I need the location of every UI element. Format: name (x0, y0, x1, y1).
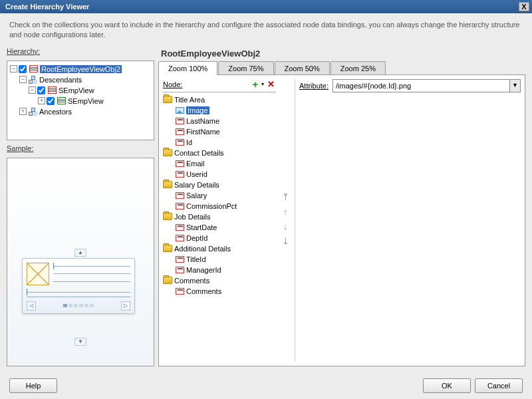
node-folder[interactable]: Job Details (163, 211, 276, 222)
node-leaf[interactable]: Id (163, 137, 276, 148)
node-leaf-label: DeptId (186, 234, 207, 242)
window-title: Create Hierarchy Viewer (3, 3, 519, 11)
node-leaf[interactable]: LastName (163, 116, 276, 126)
tab-zoom-100[interactable]: Zoom 100% (158, 61, 217, 75)
sample-dot[interactable] (68, 304, 72, 307)
hierarchy-panel: − RootEmployeeViewObj2 − Descendants − S… (7, 61, 154, 140)
tree-ancestors[interactable]: + Ancestors (19, 106, 151, 117)
node-leaf[interactable]: Email (163, 158, 276, 169)
sample-panel: ▲ ◁ (7, 158, 154, 366)
node-label: Node: (163, 80, 251, 88)
node-leaf[interactable]: TitleId (163, 254, 276, 265)
cancel-button[interactable]: Cancel (475, 378, 523, 393)
node-leaf[interactable]: StartDate (163, 222, 276, 233)
expander-icon[interactable]: + (19, 108, 27, 115)
tree-root[interactable]: − RootEmployeeViewObj2 (10, 64, 151, 74)
expander-icon[interactable]: − (29, 86, 36, 94)
tree-root-label: RootEmployeeViewObj2 (40, 65, 122, 73)
node-leaf[interactable]: Comments (163, 286, 276, 297)
move-top-button[interactable]: ⤒ (279, 192, 291, 204)
node-panel: Node: + ▾ ✕ Title AreaImageLastNameFirst… (163, 79, 276, 362)
node-folder[interactable]: Contact Details (163, 148, 276, 158)
sample-prev-button[interactable]: ◁ (27, 301, 36, 311)
node-folder[interactable]: Additional Details (163, 243, 276, 254)
node-tree: Title AreaImageLastNameFirstNameIdContac… (163, 94, 276, 362)
node-leaf[interactable]: Userid (163, 169, 276, 180)
node-leaf[interactable]: FirstName (163, 126, 276, 137)
node-folder-label: Salary Details (174, 181, 219, 189)
close-icon[interactable]: X (519, 2, 529, 11)
leaf-icon (175, 138, 184, 146)
sample-top-handle[interactable]: ▲ (74, 249, 86, 257)
folder-icon (163, 245, 172, 253)
folder-icon (163, 96, 172, 104)
leaf-icon (175, 234, 184, 242)
leaf-icon (175, 266, 184, 274)
footer: Help OK Cancel (0, 372, 532, 399)
leaf-icon (175, 202, 184, 210)
sample-dot[interactable] (63, 304, 67, 307)
folder-icon (163, 181, 172, 189)
node-leaf[interactable]: Salary (163, 190, 276, 201)
help-button[interactable]: Help (9, 378, 57, 393)
sample-dots (63, 304, 94, 307)
tree-semp1[interactable]: − SEmpView (29, 85, 151, 96)
ok-button[interactable]: OK (423, 378, 471, 393)
tree-label: SEmpView (59, 86, 94, 94)
sample-line (27, 297, 130, 297)
node-folder[interactable]: Comments (163, 275, 276, 286)
move-buttons: ⤒ ↑ ↓ ⤓ (279, 79, 292, 362)
node-leaf-label: TitleId (186, 255, 206, 263)
attribute-panel: Attribute: ▼ (295, 79, 521, 362)
node-leaf-label: Userid (186, 170, 207, 178)
checkbox[interactable] (37, 86, 45, 94)
sample-dot[interactable] (84, 304, 88, 307)
node-leaf-label: StartDate (186, 223, 217, 231)
sample-line (53, 273, 130, 274)
node-leaf-label: Id (186, 138, 192, 146)
node-folder[interactable]: Title Area (163, 94, 276, 105)
sample-next-button[interactable]: ▷ (121, 301, 130, 311)
tab-zoom-50[interactable]: Zoom 50% (275, 61, 330, 75)
tree-semp2[interactable]: + SEmpView (38, 96, 151, 106)
move-up-button[interactable]: ↑ (279, 207, 291, 219)
leaf-icon (175, 170, 184, 178)
sample-bottom-handle[interactable]: ▼ (74, 338, 86, 346)
node-leaf[interactable]: CommissionPct (163, 201, 276, 211)
move-down-button[interactable]: ↓ (279, 221, 291, 233)
node-leaf-label: Image (186, 106, 209, 114)
delete-icon[interactable]: ✕ (266, 79, 276, 89)
sample-dot[interactable] (90, 304, 94, 307)
node-folder[interactable]: Salary Details (163, 180, 276, 190)
move-bottom-button[interactable]: ⤓ (279, 236, 291, 248)
sample-line (53, 281, 130, 282)
sample-dot[interactable] (74, 304, 78, 307)
attribute-input[interactable] (332, 79, 510, 92)
leaf-icon (175, 192, 184, 200)
node-folder-label: Title Area (174, 96, 205, 104)
expander-icon[interactable]: − (10, 65, 17, 72)
folder-icon (163, 277, 172, 285)
node-leaf[interactable]: ManagerId (163, 265, 276, 275)
node-leaf[interactable]: DeptId (163, 233, 276, 243)
add-icon[interactable]: + (251, 79, 259, 90)
leaf-icon (175, 128, 184, 136)
tab-zoom-25[interactable]: Zoom 25% (331, 61, 386, 75)
tree-label: Descendants (39, 76, 82, 84)
sample-card: ◁ ▷ (22, 258, 135, 314)
node-leaf-label: LastName (186, 117, 219, 125)
folder-icon (163, 149, 172, 157)
checkbox[interactable] (47, 97, 55, 105)
tree-descendants[interactable]: − Descendants (19, 74, 151, 85)
expander-icon[interactable]: − (19, 76, 27, 83)
expander-icon[interactable]: + (38, 97, 45, 104)
node-leaf-label: FirstName (186, 128, 220, 136)
attribute-dropdown-icon[interactable]: ▼ (510, 79, 521, 92)
checkbox[interactable] (19, 65, 27, 73)
table-icon (47, 86, 57, 94)
add-dropdown-icon[interactable]: ▾ (259, 81, 266, 87)
section-title: RootEmployeeViewObj2 (161, 49, 525, 59)
sample-dot[interactable] (79, 304, 83, 307)
tab-zoom-75[interactable]: Zoom 75% (218, 61, 273, 75)
node-leaf[interactable]: Image (163, 105, 276, 116)
